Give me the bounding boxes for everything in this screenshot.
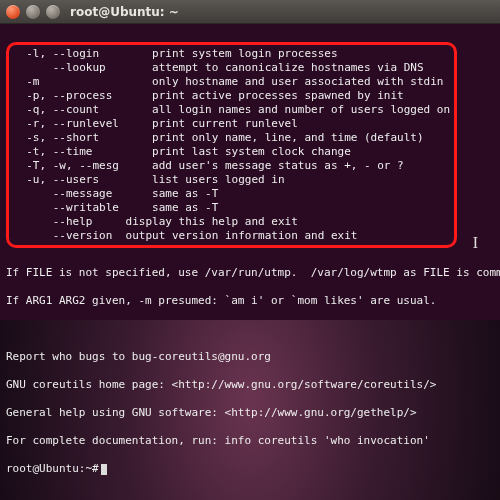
minimize-icon[interactable] <box>26 5 40 19</box>
option-row: -T, -w, --mesg add user's message status… <box>13 159 450 173</box>
maximize-icon[interactable] <box>46 5 60 19</box>
footer-line: If FILE is not specified, use /var/run/u… <box>6 266 494 280</box>
option-row: -l, --login print system login processes <box>13 47 450 61</box>
option-row: -u, --users list users logged in <box>13 173 450 187</box>
footer-line: General help using GNU software: <http:/… <box>6 406 494 420</box>
option-row: -p, --process print active processes spa… <box>13 89 450 103</box>
footer-line <box>6 322 494 336</box>
option-row: --message same as -T <box>13 187 450 201</box>
footer-line: If ARG1 ARG2 given, -m presumed: `am i' … <box>6 294 494 308</box>
option-row: -s, --short print only name, line, and t… <box>13 131 450 145</box>
option-row: --writable same as -T <box>13 201 450 215</box>
footer-line: Report who bugs to bug-coreutils@gnu.org <box>6 350 494 364</box>
window-title: root@Ubuntu: ~ <box>70 5 179 19</box>
option-row: --help display this help and exit <box>13 215 450 229</box>
option-row: -t, --time print last system clock chang… <box>13 145 450 159</box>
option-row: -r, --runlevel print current runlevel <box>13 117 450 131</box>
text-cursor-icon <box>101 464 107 475</box>
footer-line: For complete documentation, run: info co… <box>6 434 494 448</box>
option-row: -m only hostname and user associated wit… <box>13 75 450 89</box>
option-row: --version output version information and… <box>13 229 450 243</box>
close-icon[interactable] <box>6 5 20 19</box>
window-titlebar: root@Ubuntu: ~ <box>0 0 500 24</box>
help-footer: If FILE is not specified, use /var/run/u… <box>6 252 494 490</box>
option-row: -q, --count all login names and number o… <box>13 103 450 117</box>
ibeam-cursor-icon: I <box>473 236 478 250</box>
shell-prompt: root@Ubuntu:~# <box>6 462 494 476</box>
options-highlight-box: -l, --login print system login processes… <box>6 42 457 248</box>
terminal-pane[interactable]: -l, --login print system login processes… <box>0 24 500 320</box>
footer-line: GNU coreutils home page: <http://www.gnu… <box>6 378 494 392</box>
option-row: --lookup attempt to canonicalize hostnam… <box>13 61 450 75</box>
